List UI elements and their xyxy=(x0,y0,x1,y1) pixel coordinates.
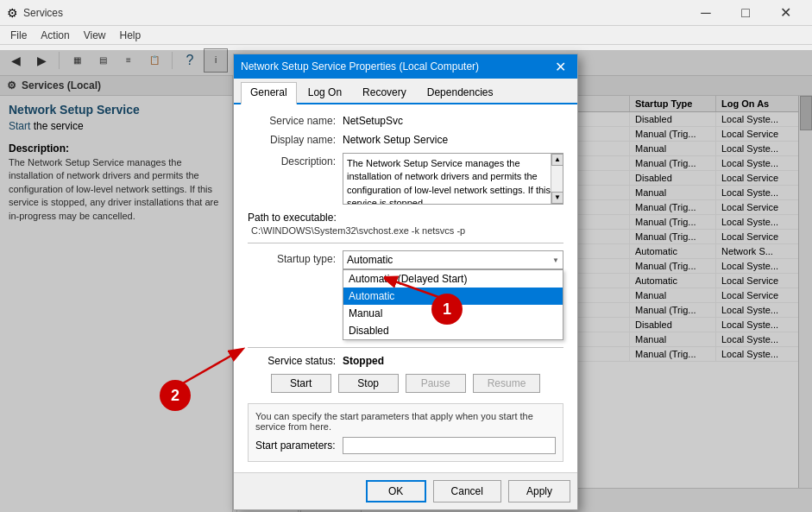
display-name-row: Display name: Network Setup Service xyxy=(248,134,563,146)
dialog-footer: OK Cancel Apply xyxy=(234,472,577,509)
dialog-close-button[interactable]: ✕ xyxy=(550,56,570,77)
annotation-1: 1 xyxy=(431,294,463,325)
service-status-row: Service status: Stopped xyxy=(248,355,563,367)
menu-action[interactable]: Action xyxy=(34,28,76,43)
startup-type-selected: Automatic xyxy=(347,254,393,266)
separator xyxy=(248,243,563,243)
cancel-button[interactable]: Cancel xyxy=(433,480,501,503)
stop-service-button[interactable]: Stop xyxy=(338,374,399,393)
dialog-tabs: General Log On Recovery Dependencies xyxy=(234,79,577,104)
path-value: C:\WINDOWS\System32\svchost.exe -k netsv… xyxy=(248,225,563,236)
tab-dependencies[interactable]: Dependencies xyxy=(418,82,503,103)
start-params-info: You can specify the start parameters tha… xyxy=(255,411,556,432)
startup-dropdown-container: Automatic ▼ Automatic (Delayed Start) Au… xyxy=(343,250,563,269)
service-status-label: Service status: xyxy=(248,355,343,367)
startup-type-row: Startup type: Automatic ▼ Automatic (Del… xyxy=(248,250,563,269)
start-params-input[interactable] xyxy=(343,437,556,454)
menu-bar: File Action View Help xyxy=(0,26,812,45)
maximize-button[interactable]: □ xyxy=(726,0,765,26)
option-disabled[interactable]: Disabled xyxy=(343,322,563,339)
desc-scroll-up[interactable]: ▲ xyxy=(551,154,563,166)
start-params-section: You can specify the start parameters tha… xyxy=(248,403,563,462)
close-button[interactable]: ✕ xyxy=(765,0,805,26)
separator-2 xyxy=(248,347,563,348)
tab-logon[interactable]: Log On xyxy=(299,82,351,103)
dialog-title: Network Setup Service Properties (Local … xyxy=(241,60,550,73)
pause-service-button[interactable]: Pause xyxy=(406,374,466,393)
start-service-button[interactable]: Start xyxy=(271,374,331,393)
title-bar: ⚙ Services ─ □ ✕ xyxy=(0,0,812,26)
tab-general[interactable]: General xyxy=(241,82,297,104)
desc-scroll-down[interactable]: ▼ xyxy=(551,192,563,204)
properties-dialog: Network Setup Service Properties (Local … xyxy=(233,54,578,510)
service-control-buttons: Start Stop Pause Resume xyxy=(248,374,563,393)
dialog-content: Service name: NetSetupSvc Display name: … xyxy=(234,104,577,472)
resume-service-button[interactable]: Resume xyxy=(473,374,541,393)
service-name-row: Service name: NetSetupSvc xyxy=(248,115,563,127)
path-row: Path to executable: C:\WINDOWS\System32\… xyxy=(248,212,563,236)
startup-type-label: Startup type: xyxy=(248,250,343,265)
app-icon: ⚙ xyxy=(7,6,18,20)
tab-recovery[interactable]: Recovery xyxy=(353,82,416,103)
dialog-title-bar: Network Setup Service Properties (Local … xyxy=(234,54,577,79)
start-params-label: Start parameters: xyxy=(255,439,336,452)
display-name-label: Display name: xyxy=(248,134,343,146)
annotation-2: 2 xyxy=(160,380,191,411)
window-controls: ─ □ ✕ xyxy=(686,0,805,26)
start-params-row: Start parameters: xyxy=(255,437,556,454)
path-label: Path to executable: xyxy=(248,212,563,224)
dropdown-arrow-icon: ▼ xyxy=(552,256,559,264)
desc-scrollbar[interactable]: ▲ ▼ xyxy=(551,154,563,204)
service-status-value: Stopped xyxy=(343,355,384,367)
menu-help[interactable]: Help xyxy=(113,28,148,43)
menu-file[interactable]: File xyxy=(3,28,34,43)
startup-type-dropdown[interactable]: Automatic ▼ xyxy=(343,250,563,269)
minimize-button[interactable]: ─ xyxy=(686,0,726,26)
description-row: Description: The Network Setup Service m… xyxy=(248,153,563,205)
apply-button[interactable]: Apply xyxy=(508,480,570,503)
display-name-value: Network Setup Service xyxy=(343,134,563,146)
service-name-value: NetSetupSvc xyxy=(343,115,563,127)
menu-view[interactable]: View xyxy=(77,28,113,43)
desc-form-label: Description: xyxy=(248,153,343,168)
ok-button[interactable]: OK xyxy=(366,480,426,503)
desc-form-value: The Network Setup Service manages the in… xyxy=(343,153,563,205)
service-name-label: Service name: xyxy=(248,115,343,127)
window-title: Services xyxy=(23,7,686,19)
option-auto-delayed[interactable]: Automatic (Delayed Start) xyxy=(343,270,563,288)
